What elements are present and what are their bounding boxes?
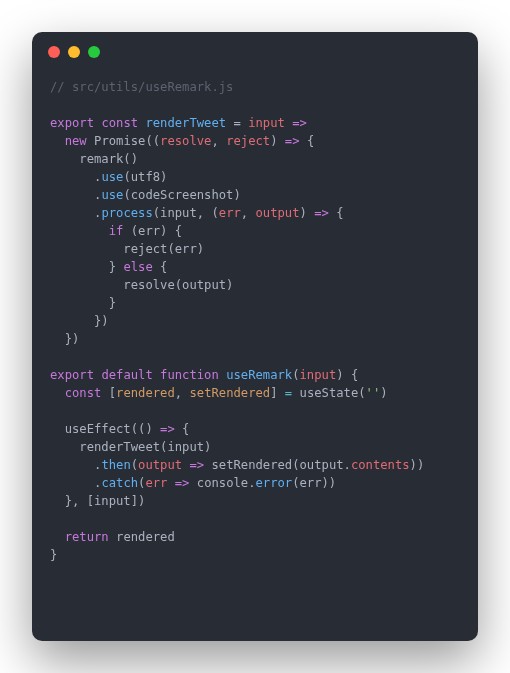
var-rendered: rendered bbox=[109, 530, 175, 544]
arg-utf8: (utf8) bbox=[123, 170, 167, 184]
maximize-icon[interactable] bbox=[88, 46, 100, 58]
param-err: err bbox=[145, 476, 167, 490]
useEffect: useEffect(() bbox=[50, 422, 160, 436]
indent bbox=[50, 530, 65, 544]
prop-contents: contents bbox=[351, 458, 410, 472]
paren: ) bbox=[380, 386, 387, 400]
method-then: then bbox=[101, 458, 130, 472]
indent bbox=[50, 134, 65, 148]
indent bbox=[50, 188, 94, 202]
window-titlebar bbox=[32, 32, 478, 64]
minimize-icon[interactable] bbox=[68, 46, 80, 58]
bracket: [ bbox=[101, 386, 116, 400]
close-icon[interactable] bbox=[48, 46, 60, 58]
fn-renderTweet: renderTweet bbox=[145, 116, 226, 130]
setRendered-call: setRendered(output. bbox=[204, 458, 351, 472]
string-empty: '' bbox=[366, 386, 381, 400]
sp bbox=[167, 476, 174, 490]
method-use: use bbox=[101, 170, 123, 184]
keyword-return: return bbox=[65, 530, 109, 544]
indent bbox=[50, 224, 109, 238]
brace: { bbox=[300, 134, 315, 148]
var-setRendered: setRendered bbox=[189, 386, 270, 400]
eq: = bbox=[226, 116, 248, 130]
method-process: process bbox=[101, 206, 152, 220]
arrow: => bbox=[160, 422, 175, 436]
method-use: use bbox=[101, 188, 123, 202]
arrow: => bbox=[314, 206, 329, 220]
param-err: err bbox=[219, 206, 241, 220]
indent bbox=[50, 170, 94, 184]
close-brace: } bbox=[50, 260, 123, 274]
promise: Promise(( bbox=[87, 134, 160, 148]
var-rendered: rendered bbox=[116, 386, 175, 400]
keyword-new: new bbox=[65, 134, 87, 148]
param-input: input bbox=[300, 368, 337, 382]
bracket: ] bbox=[270, 386, 285, 400]
renderTweet-call: renderTweet(input) bbox=[50, 440, 211, 454]
paren-brace: ) { bbox=[336, 368, 358, 382]
close-brace: } bbox=[50, 296, 116, 310]
reject-call: reject(err) bbox=[50, 242, 204, 256]
keyword-const: const bbox=[65, 386, 102, 400]
param-reject: reject bbox=[226, 134, 270, 148]
indent bbox=[50, 386, 65, 400]
fn-useRemark: useRemark bbox=[226, 368, 292, 382]
arrow: => bbox=[175, 476, 190, 490]
param-input: input bbox=[248, 116, 285, 130]
indent bbox=[50, 476, 94, 490]
keyword-else: else bbox=[123, 260, 152, 274]
useEffect-close: }, [input]) bbox=[50, 494, 145, 508]
keyword-export: export bbox=[50, 368, 94, 382]
arrow: => bbox=[285, 134, 300, 148]
rparen: ) bbox=[270, 134, 285, 148]
method-catch: catch bbox=[101, 476, 138, 490]
comma: , bbox=[175, 386, 190, 400]
space bbox=[153, 368, 160, 382]
close-brace: }) bbox=[50, 332, 79, 346]
param-output: output bbox=[138, 458, 182, 472]
comma: , bbox=[241, 206, 256, 220]
close-brace: } bbox=[50, 548, 57, 562]
keyword-export: export bbox=[50, 116, 94, 130]
remark-call: remark() bbox=[50, 152, 138, 166]
useState: useState( bbox=[292, 386, 365, 400]
brace: { bbox=[329, 206, 344, 220]
brace: { bbox=[153, 260, 168, 274]
param-output: output bbox=[256, 206, 300, 220]
paren: )) bbox=[410, 458, 425, 472]
param-resolve: resolve bbox=[160, 134, 211, 148]
rparen: ) bbox=[300, 206, 315, 220]
indent bbox=[50, 206, 94, 220]
arg-codeScreenshot: (codeScreenshot) bbox=[123, 188, 240, 202]
if-cond: (err) { bbox=[123, 224, 182, 238]
keyword-const: const bbox=[101, 116, 138, 130]
keyword-if: if bbox=[109, 224, 124, 238]
indent bbox=[50, 458, 94, 472]
arrow: => bbox=[285, 116, 307, 130]
method-error: error bbox=[256, 476, 293, 490]
arrow: => bbox=[189, 458, 204, 472]
brace: { bbox=[175, 422, 190, 436]
console: console. bbox=[189, 476, 255, 490]
paren: (err)) bbox=[292, 476, 336, 490]
code-content: // src/utils/useRemark.js export const r… bbox=[32, 64, 478, 588]
comma: , bbox=[211, 134, 226, 148]
close-brace: }) bbox=[50, 314, 109, 328]
resolve-call: resolve(output) bbox=[50, 278, 233, 292]
paren: ( bbox=[131, 458, 138, 472]
code-window: // src/utils/useRemark.js export const r… bbox=[32, 32, 478, 641]
paren: (input, ( bbox=[153, 206, 219, 220]
keyword-default: default bbox=[101, 368, 152, 382]
comment: // src/utils/useRemark.js bbox=[50, 80, 233, 94]
keyword-function: function bbox=[160, 368, 219, 382]
paren: ( bbox=[292, 368, 299, 382]
